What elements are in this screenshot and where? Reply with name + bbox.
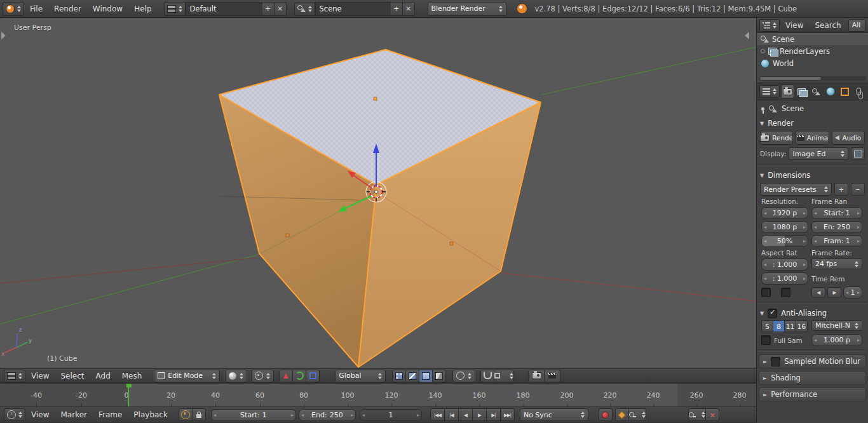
pivot-point-dropdown[interactable] (251, 370, 274, 382)
menu-help[interactable]: Help (128, 3, 157, 15)
add-scene-button[interactable]: + (391, 2, 403, 16)
resolution-x-field[interactable]: 1920 p (761, 207, 808, 219)
scene-browse-button[interactable] (294, 2, 315, 16)
tab-scene[interactable] (810, 84, 823, 98)
add-layout-button[interactable]: + (262, 2, 275, 16)
display-mode-dropdown[interactable]: Image Ed (789, 147, 848, 160)
orientation-dropdown[interactable]: Global (335, 370, 386, 382)
frame-rate-dropdown[interactable]: 24 fps (811, 258, 862, 269)
rotate-manipulator-button[interactable] (293, 370, 306, 382)
remap-new-button[interactable] (827, 287, 841, 298)
outliner-item-world[interactable]: World (757, 57, 868, 69)
remove-preset-button[interactable]: − (851, 183, 865, 196)
jump-to-end-button[interactable] (501, 408, 515, 421)
face-dot-top[interactable] (374, 97, 377, 100)
aa-samples-11-button[interactable]: 11 (785, 320, 796, 332)
limit-to-visible-button[interactable] (433, 370, 446, 382)
sidebar-expand-arrow[interactable] (745, 32, 749, 39)
menu-select[interactable]: Select (55, 370, 90, 382)
editor-type-button-timeline[interactable] (4, 408, 25, 421)
proportional-edit-dropdown[interactable] (452, 370, 475, 382)
frame-end-field[interactable]: End: 250 (299, 409, 356, 421)
render-audio-button[interactable]: Audio (832, 131, 865, 145)
frame-end-field[interactable]: En: 250 (811, 221, 862, 233)
toolshelf-expand-arrow[interactable] (1, 32, 6, 39)
play-reverse-button[interactable] (459, 408, 473, 421)
mode-dropdown[interactable]: Edit Mode (154, 370, 220, 382)
render-engine-dropdown[interactable]: Blender Render (428, 2, 506, 16)
tab-render[interactable] (781, 84, 794, 98)
dimensions-panel-header[interactable]: Dimensions (757, 169, 868, 182)
face-dot-right[interactable] (450, 242, 453, 245)
frame-start-field[interactable]: Start: 1 (811, 207, 862, 219)
current-frame-handle[interactable] (126, 384, 132, 387)
insert-keyframe-button[interactable] (688, 408, 706, 421)
menu-view[interactable]: View (25, 408, 55, 421)
editor-type-button-properties[interactable] (759, 85, 780, 98)
screen-layout-browse-button[interactable] (164, 2, 186, 16)
expand-dot-icon[interactable] (761, 49, 765, 53)
editor-type-button-info[interactable] (3, 2, 24, 16)
menu-playback[interactable]: Playback (128, 408, 173, 421)
outliner-horizontal-scrollbar[interactable] (759, 76, 866, 81)
timeline-ruler[interactable]: -40 -20 0 20 40 60 80 100 120 140 160 18… (0, 383, 756, 407)
outliner-scope-dropdown[interactable]: All Sc (848, 19, 865, 32)
snap-toggle-button[interactable] (480, 370, 494, 382)
render-presets-dropdown[interactable]: Render Presets (760, 183, 832, 196)
translate-manipulator-button[interactable] (279, 370, 293, 382)
current-frame-field[interactable]: 1 (360, 409, 422, 421)
resolution-percentage-slider[interactable]: 50% (761, 235, 808, 247)
frame-start-field[interactable]: Start: 1 (211, 409, 296, 421)
viewport-shading-dropdown[interactable] (225, 370, 247, 382)
outliner-item-renderlayers[interactable]: RenderLayers (757, 45, 868, 57)
add-preset-button[interactable]: + (834, 183, 848, 196)
full-sample-checkbox[interactable] (761, 335, 771, 345)
render-animation-button[interactable]: Anima (796, 131, 829, 145)
scene-field[interactable]: Scene (315, 2, 391, 16)
snap-element-dropdown[interactable] (494, 370, 514, 382)
sync-dropdown[interactable]: No Sync (520, 408, 588, 421)
render-still-button[interactable]: Rende (760, 131, 793, 145)
tab-constraints[interactable] (853, 84, 866, 98)
aa-filter-dropdown[interactable]: Mitchell-N (811, 320, 862, 331)
lock-interface-button[interactable] (851, 147, 865, 160)
menu-file[interactable]: File (24, 3, 48, 15)
menu-view[interactable]: View (25, 370, 55, 382)
antialiasing-checkbox[interactable] (768, 309, 777, 318)
face-select-button[interactable] (419, 370, 433, 382)
editor-type-button-outliner[interactable] (759, 19, 780, 32)
edge-select-button[interactable] (406, 370, 419, 382)
keying-set-dropdown[interactable] (629, 408, 646, 421)
opengl-render-still-button[interactable] (528, 370, 545, 382)
use-preview-range-button[interactable] (179, 408, 193, 421)
aa-samples-5-button[interactable]: 5 (761, 320, 773, 332)
jump-to-start-button[interactable] (430, 408, 445, 421)
prev-keyframe-button[interactable] (445, 408, 459, 421)
tab-object[interactable] (838, 84, 851, 98)
aa-samples-16-button[interactable]: 16 (796, 320, 808, 332)
menu-window[interactable]: Window (87, 3, 128, 15)
outliner-item-scene[interactable]: Scene (757, 33, 868, 45)
face-dot-left[interactable] (286, 234, 289, 237)
menu-frame[interactable]: Frame (93, 408, 128, 421)
menu-mesh[interactable]: Mesh (116, 370, 148, 382)
border-checkbox[interactable] (761, 288, 771, 297)
auto-keyframe-button[interactable] (599, 408, 613, 421)
resolution-y-field[interactable]: 1080 p (761, 221, 808, 233)
viewport-canvas[interactable] (0, 18, 756, 368)
play-button[interactable] (473, 408, 487, 421)
pin-icon[interactable] (761, 107, 764, 111)
menu-render[interactable]: Render (48, 3, 87, 15)
remap-old-button[interactable] (811, 287, 825, 298)
frame-step-field[interactable]: 1 (843, 286, 862, 299)
crop-checkbox[interactable] (781, 288, 790, 297)
menu-search[interactable]: Search (809, 19, 846, 32)
tab-render-layers[interactable] (796, 84, 809, 98)
menu-view[interactable]: View (780, 19, 809, 32)
motion-blur-panel-header[interactable]: Sampled Motion Blur (759, 354, 866, 368)
opengl-render-anim-button[interactable] (545, 370, 560, 382)
antialiasing-panel-header[interactable]: Anti-Aliasing (757, 307, 868, 319)
frame-current-field[interactable]: Fram: 1 (811, 235, 862, 247)
keying-set-button[interactable] (615, 408, 629, 421)
tab-world[interactable] (824, 84, 837, 98)
